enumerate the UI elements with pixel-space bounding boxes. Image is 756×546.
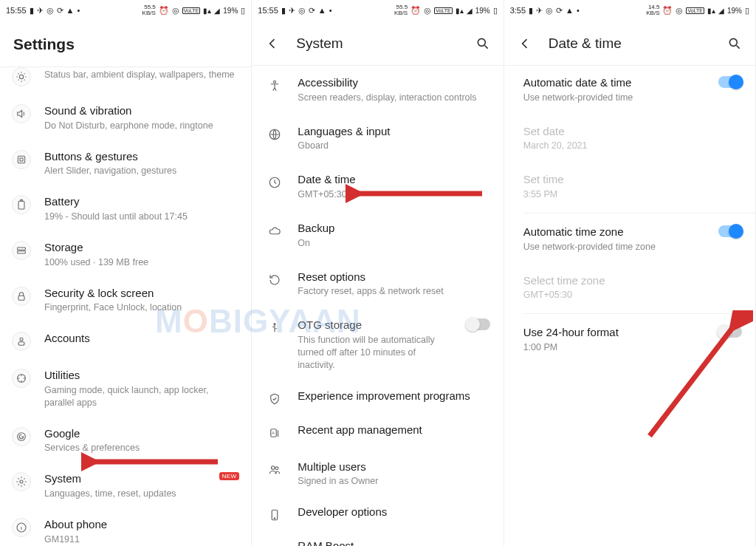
svg-point-25 <box>729 38 737 46</box>
signal-1-icon: ▮▴ <box>707 7 715 15</box>
item-title: OTG storage <box>298 318 453 332</box>
system-item-reset[interactable]: Reset optionsFactory reset, apps & netwo… <box>252 260 503 309</box>
system-item-developer[interactable]: Developer options <box>252 498 503 532</box>
system-header: System <box>252 21 503 65</box>
signal-1-icon: ▮▴ <box>456 7 464 15</box>
page-title: Settings <box>13 35 75 53</box>
settings-item-buttons[interactable]: Buttons & gestures Alert Slider, navigat… <box>0 141 251 187</box>
search-button[interactable] <box>475 36 490 51</box>
item-subtitle: Screen readers, display, interaction con… <box>298 92 489 104</box>
item-title: Set date <box>523 125 735 139</box>
svg-rect-2 <box>20 158 23 161</box>
date-time-header: Date & time <box>504 21 755 65</box>
item-title: Sound & vibration <box>44 104 239 118</box>
alarm-icon: ⏰ <box>662 7 673 15</box>
item-title: Automatic time zone <box>523 225 711 239</box>
status-time: 3:55 <box>510 7 526 15</box>
search-button[interactable] <box>727 36 742 51</box>
hotspot-icon: ◎ <box>424 7 431 15</box>
settings-item-accounts[interactable]: Accounts <box>0 323 251 360</box>
telegram-icon: ✈ <box>536 7 543 15</box>
otg-toggle[interactable] <box>467 318 490 330</box>
settings-header: Settings <box>0 21 251 66</box>
back-button[interactable] <box>265 36 280 51</box>
volte-icon: VoLTE <box>686 7 704 14</box>
new-badge: NEW <box>219 472 240 480</box>
item-title: System <box>44 472 206 486</box>
item-subtitle: 1:00 PM <box>523 341 711 354</box>
item-title: RAM Boost <box>298 539 489 546</box>
divider <box>523 213 755 214</box>
item-subtitle: Factory reset, apps & network reset <box>298 285 489 298</box>
network-speed: 14.5KB/S <box>646 4 659 16</box>
auto-date-time-row[interactable]: Automatic date & timeUse network-provide… <box>504 66 755 115</box>
volte-icon: VoLTE <box>182 7 201 14</box>
instagram-icon: ◎ <box>546 7 553 15</box>
system-item-recent[interactable]: A Recent app management <box>252 416 503 450</box>
settings-item-storage[interactable]: Storage 100% used · 139 MB free <box>0 232 251 278</box>
signal-2-icon: ◢ <box>214 7 220 15</box>
system-item-otg[interactable]: OTG storageThis function will be automat… <box>252 308 503 381</box>
24h-toggle[interactable] <box>718 326 742 338</box>
sync-icon: ⟳ <box>556 7 563 15</box>
volte-icon: VoLTE <box>434 7 453 14</box>
globe-icon <box>265 125 284 144</box>
item-title: Set time <box>523 173 735 187</box>
system-item-experience[interactable]: Experience improvement programs <box>252 382 503 416</box>
status-bar: 15:55 ▮ ✈ ◎ ⟳ ▲ • 55.5KB/S ⏰ ◎ VoLTE ▮▴ … <box>0 0 251 21</box>
item-title: Recent app management <box>298 423 489 437</box>
system-item-date-time[interactable]: Date & timeGMT+05:30 <box>252 163 503 211</box>
settings-item-display[interactable]: Display Status bar, ambient display, wal… <box>0 67 251 95</box>
svg-point-8 <box>20 338 23 341</box>
system-item-backup[interactable]: BackupOn <box>252 211 503 260</box>
item-title: Use 24-hour format <box>523 326 711 340</box>
system-item-languages[interactable]: Languages & inputGboard <box>252 115 503 163</box>
settings-item-about[interactable]: About phone GM1911 <box>0 509 251 546</box>
auto-date-toggle[interactable] <box>718 76 742 88</box>
settings-item-security[interactable]: Security & lock screen Fingerprint, Face… <box>0 278 251 324</box>
svg-point-0 <box>19 75 23 78</box>
item-title: About phone <box>44 518 239 532</box>
settings-item-system[interactable]: System Languages, time, reset, updates N… <box>0 463 251 509</box>
select-time-zone-row: Select time zoneGMT+05:30 <box>504 264 755 313</box>
settings-item-sound[interactable]: Sound & vibration Do Not Disturb, earpho… <box>0 95 251 141</box>
signal-2-icon: ◢ <box>467 7 472 15</box>
recent-icon: A <box>265 423 284 443</box>
instagram-icon: ◎ <box>298 7 306 15</box>
svg-point-14 <box>478 38 485 46</box>
system-item-users[interactable]: Multiple usersSigned in as Owner <box>252 450 503 499</box>
item-title: Developer options <box>298 505 489 519</box>
info-icon <box>12 518 31 537</box>
system-item-accessibility[interactable]: AccessibilityScreen readers, display, in… <box>252 66 503 115</box>
item-title: Reset options <box>298 270 489 284</box>
auto-time-zone-row[interactable]: Automatic time zoneUse network-provided … <box>504 215 755 264</box>
settings-item-battery[interactable]: Battery 19% - Should last until about 17… <box>0 186 251 232</box>
item-subtitle: GMT+05:30 <box>298 188 489 201</box>
set-time-row: Set time3:55 PM <box>504 163 755 211</box>
svg-rect-1 <box>18 156 24 163</box>
settings-item-google[interactable]: Google Services & preferences <box>0 418 251 464</box>
auto-zone-toggle[interactable] <box>718 225 742 237</box>
svg-rect-9 <box>18 342 24 346</box>
item-subtitle: This function will be automatically turn… <box>298 334 453 372</box>
status-bar: 15:55 ▮ ✈ ◎ ⟳ ▲ • 55.5KB/S ⏰ ◎ VoLTE ▮▴ … <box>252 0 503 21</box>
google-icon <box>12 427 31 446</box>
item-subtitle: 100% used · 139 MB free <box>44 256 239 269</box>
svg-point-20 <box>272 465 275 469</box>
system-item-ram[interactable]: RAM Boost <box>252 532 503 546</box>
item-subtitle: Status bar, ambient display, wallpapers,… <box>44 69 239 81</box>
item-subtitle: Do Not Disturb, earphone mode, ringtone <box>44 120 239 132</box>
storage-icon <box>12 241 31 260</box>
back-button[interactable] <box>518 36 532 51</box>
item-title: Languages & input <box>298 125 489 139</box>
item-title: Automatic date & time <box>523 76 711 90</box>
settings-item-utilities[interactable]: Utilities Gaming mode, quick launch, app… <box>0 360 251 418</box>
dot-icon: • <box>77 7 80 15</box>
shield-icon <box>265 389 284 409</box>
set-date-row: Set dateMarch 20, 2021 <box>504 115 755 163</box>
system-list: AccessibilityScreen readers, display, in… <box>252 66 503 546</box>
battery-text: 19% <box>223 7 238 15</box>
signal-2-icon: ◢ <box>718 7 724 15</box>
24-hour-row[interactable]: Use 24-hour format1:00 PM <box>504 315 755 364</box>
item-title: Buttons & gestures <box>44 150 239 164</box>
